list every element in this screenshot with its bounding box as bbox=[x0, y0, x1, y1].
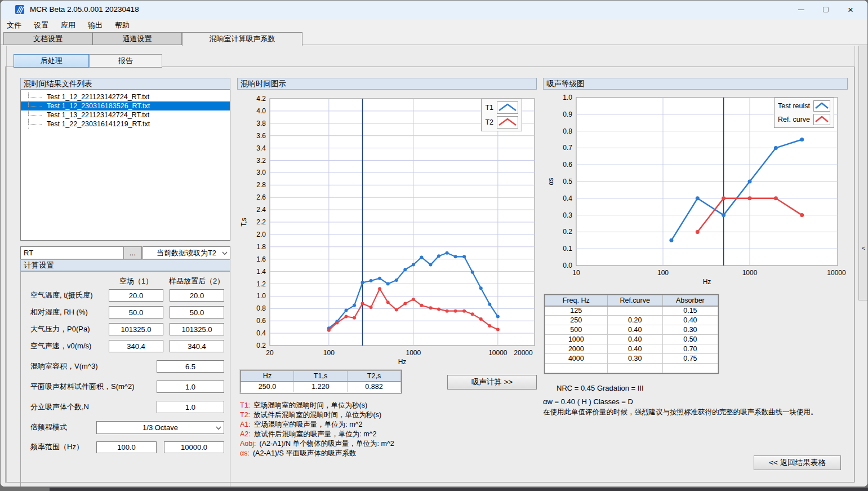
svg-text:100: 100 bbox=[323, 349, 335, 357]
grade-table-cell: 0.70 bbox=[662, 344, 718, 354]
svg-text:1.2: 1.2 bbox=[256, 280, 266, 288]
svg-text:0.5: 0.5 bbox=[563, 178, 572, 185]
legend-label: T1 bbox=[485, 104, 493, 112]
grade-table-row[interactable]: 5000.400.30 bbox=[545, 325, 718, 335]
freq-max-field[interactable] bbox=[164, 441, 224, 453]
svg-text:0.0: 0.0 bbox=[563, 262, 572, 269]
pressure-field-1[interactable] bbox=[109, 323, 163, 335]
grade-table-row[interactable]: 2500.200.40 bbox=[545, 316, 718, 325]
back-to-results-button[interactable]: << 返回结果表格 bbox=[754, 455, 841, 470]
room-volume-field[interactable] bbox=[157, 360, 224, 373]
maximize-button[interactable] bbox=[813, 1, 838, 19]
close-icon: × bbox=[848, 5, 853, 15]
collapse-strip: < bbox=[858, 46, 868, 300]
menu-file[interactable]: 文件 bbox=[1, 19, 28, 32]
chart-legend: T1T2 bbox=[481, 99, 522, 131]
menu-settings[interactable]: 设置 bbox=[28, 19, 55, 32]
svg-text:1.0: 1.0 bbox=[563, 94, 572, 101]
humidity-field-2[interactable] bbox=[170, 306, 224, 319]
menu-help[interactable]: 帮助 bbox=[109, 19, 136, 32]
file-list-item[interactable]: Test 1_12_230316183526_RT.txt bbox=[21, 101, 230, 110]
file-list-panel-header: 混时间结果文件列表 bbox=[20, 78, 230, 90]
svg-text:2.0: 2.0 bbox=[256, 231, 266, 238]
sound-speed-field-1[interactable] bbox=[109, 340, 163, 352]
grade-header-absorber: Absorber bbox=[662, 295, 718, 306]
definition-term: T2: bbox=[240, 411, 250, 419]
sample-area-field[interactable] bbox=[157, 381, 224, 393]
minimize-button[interactable] bbox=[789, 1, 813, 19]
rt-table-cell-t1[interactable]: 1.220 bbox=[294, 382, 348, 392]
tab-reverb-absorption[interactable]: 混响室计算吸声系数 bbox=[182, 32, 302, 46]
data-read-as-combo[interactable]: 当前数据读取为T2 bbox=[143, 246, 230, 259]
definitions-block: T1:空场混响室的混响时间，单位为秒(s)T2:放试件后混响室的混响时间，单位为… bbox=[240, 401, 394, 458]
svg-text:Hz: Hz bbox=[398, 358, 407, 366]
menu-output[interactable]: 输出 bbox=[82, 19, 109, 32]
absorption-calc-button[interactable]: 吸声计算 >> bbox=[447, 375, 537, 390]
rt-table-header-t1: T1,s bbox=[294, 371, 348, 382]
file-name: Test 1_22_230316141219_RT.txt bbox=[45, 120, 152, 129]
humidity-field-1[interactable] bbox=[109, 306, 163, 319]
subtab-postprocess[interactable]: 后处理 bbox=[14, 54, 89, 68]
grade-table-row[interactable]: 20000.400.70 bbox=[545, 344, 718, 354]
legend-curve-icon bbox=[497, 101, 518, 114]
grade-chart[interactable]: 0.00.10.20.30.40.50.60.70.80.91.01010010… bbox=[543, 90, 848, 288]
svg-text:αs: αs bbox=[547, 178, 555, 185]
svg-text:0.2: 0.2 bbox=[563, 228, 572, 236]
definition-term: A2: bbox=[240, 430, 251, 438]
octave-mode-combo[interactable]: 1/3 Octave bbox=[96, 421, 224, 434]
grade-table-row[interactable] bbox=[545, 364, 718, 373]
freq-min-field[interactable] bbox=[96, 441, 157, 453]
menu-application[interactable]: 应用 bbox=[55, 19, 82, 32]
close-button[interactable]: × bbox=[838, 1, 863, 19]
svg-text:10: 10 bbox=[572, 269, 580, 277]
file-list: Test 1_12_221123142724_RT.txtTest 1_12_2… bbox=[20, 90, 230, 241]
absorber-count-label: 分立吸声体个数,N bbox=[30, 401, 89, 413]
legend-label: Ref. curve bbox=[778, 116, 810, 123]
file-list-item[interactable]: Test 1_22_230316141219_RT.txt bbox=[21, 120, 230, 129]
tab-document-settings[interactable]: 文档设置 bbox=[3, 32, 92, 45]
grade-table-cell: 0.50 bbox=[662, 335, 718, 344]
svg-text:3.0: 3.0 bbox=[256, 169, 266, 176]
right-splitter[interactable] bbox=[854, 46, 855, 483]
air-temp-field-2[interactable] bbox=[170, 289, 224, 302]
rt-chart[interactable]: 0.20.40.60.81.01.21.41.61.82.02.22.42.62… bbox=[237, 90, 537, 366]
grade-table-row[interactable]: 10000.400.50 bbox=[545, 335, 718, 344]
file-list-item[interactable]: Test 1_13_221123142724_RT.txt bbox=[21, 110, 230, 120]
rt-table-cell-hz[interactable]: 250.0 bbox=[241, 382, 294, 392]
air-temp-label: 空气温度, t(摄氏度) bbox=[30, 289, 93, 302]
grade-table-row[interactable]: 1250.15 bbox=[545, 306, 718, 316]
absorber-count-field[interactable] bbox=[157, 401, 224, 413]
grade-table-cell: 0.75 bbox=[662, 354, 718, 364]
tab-channel-settings[interactable]: 通道设置 bbox=[92, 32, 182, 45]
definition-term: A1: bbox=[240, 421, 251, 428]
sound-speed-field-2[interactable] bbox=[170, 340, 224, 352]
browse-button[interactable]: ... bbox=[123, 246, 142, 259]
tab-page: < 后处理 报告 混时间结果文件列表 Test 1_12_22112314272… bbox=[1, 46, 868, 487]
grade-table-cell: 0.15 bbox=[662, 306, 718, 316]
file-list-item[interactable]: Test 1_12_221123142724_RT.txt bbox=[21, 92, 230, 101]
svg-text:0.6: 0.6 bbox=[563, 161, 572, 169]
svg-text:4.0: 4.0 bbox=[256, 107, 266, 115]
freq-range-label: 频率范围（Hz） bbox=[30, 441, 83, 453]
svg-text:0.1: 0.1 bbox=[563, 245, 572, 253]
svg-text:T,s: T,s bbox=[240, 218, 248, 226]
definition-desc: 放试件后混响室的吸声量，单位为: m^2 bbox=[254, 430, 377, 438]
subtab-report[interactable]: 报告 bbox=[89, 54, 162, 68]
rt-name-input[interactable] bbox=[20, 246, 124, 259]
grade-table-cell: 1000 bbox=[545, 335, 608, 344]
rt-table-cell-t2[interactable]: 0.882 bbox=[347, 382, 400, 392]
grade-table-cell: 0.30 bbox=[662, 325, 718, 335]
definition-term: αs: bbox=[240, 449, 250, 457]
maximize-icon bbox=[823, 7, 829, 12]
window-title: MCR Beta 2.05.0.001 20230418 bbox=[30, 1, 139, 19]
data-read-as-value: 当前数据读取为T2 bbox=[157, 249, 216, 257]
collapse-panel-toggle[interactable]: < bbox=[859, 245, 868, 251]
grade-table-row[interactable]: 40000.300.75 bbox=[545, 354, 718, 364]
grade-table: Freq. Hz Ref.curve Absorber 1250.152500.… bbox=[544, 294, 719, 374]
legend-label: Test reulst bbox=[778, 102, 810, 110]
grade-header-ref: Ref.curve bbox=[607, 295, 662, 306]
pressure-field-2[interactable] bbox=[170, 323, 224, 335]
legend-entry: Ref. curve bbox=[778, 114, 830, 125]
air-temp-field-1[interactable] bbox=[109, 289, 163, 302]
menu-bar: 文件 设置 应用 输出 帮助 bbox=[1, 19, 867, 32]
